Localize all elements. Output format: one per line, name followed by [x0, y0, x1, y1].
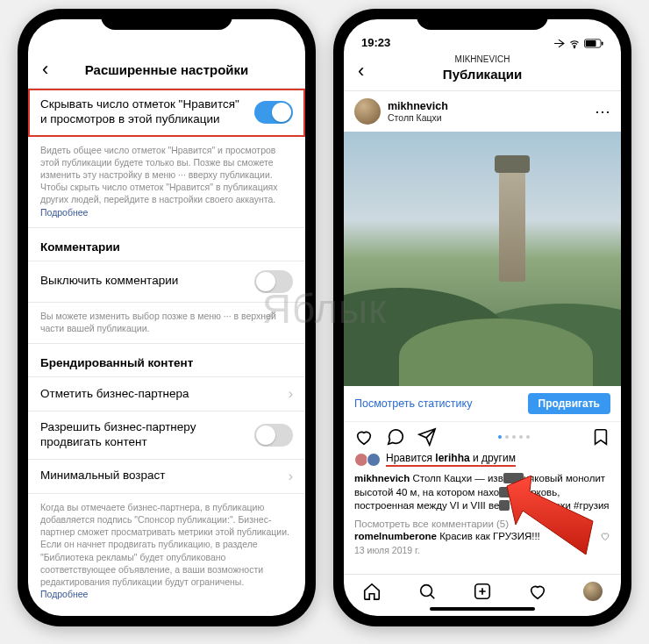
- comment-icon[interactable]: [386, 427, 405, 447]
- back-button[interactable]: ‹: [353, 58, 369, 84]
- svg-rect-3: [602, 41, 603, 45]
- tag-partner-row[interactable]: Отметить бизнес-партнера ›: [28, 377, 305, 411]
- header-subtitle: MIKHNEVICH: [344, 54, 621, 64]
- svg-point-4: [420, 585, 431, 597]
- learn-more-link[interactable]: Подробнее: [40, 589, 88, 599]
- view-insights-link[interactable]: Посмотреть статистику: [354, 397, 472, 410]
- nav-header: ‹ MIKHNEVICH Публикации: [344, 51, 621, 91]
- min-age-label: Минимальный возраст: [40, 469, 165, 483]
- caption-user[interactable]: mikhnevich: [354, 473, 410, 483]
- view-comments-link[interactable]: Посмотреть все комментарии (5): [344, 515, 621, 529]
- nav-header: ‹ Расширенные настройки: [28, 51, 305, 89]
- status-icons: [553, 38, 603, 49]
- tab-bar: [344, 574, 621, 605]
- learn-more-link[interactable]: Подробнее: [40, 207, 88, 218]
- new-post-tab-icon[interactable]: [473, 582, 492, 601]
- help-text-2: ★ Мы тестируем изменение, которое позвол…: [40, 613, 290, 616]
- insights-row: Посмотреть статистику Продвигать: [344, 386, 621, 422]
- profile-tab-icon[interactable]: [583, 582, 603, 601]
- avatar[interactable]: [354, 98, 381, 125]
- chevron-right-icon: ›: [289, 386, 293, 402]
- feed-content[interactable]: mikhnevich Столп Кацхи ⋯ Посмотреть стат…: [344, 91, 621, 574]
- search-tab-icon[interactable]: [417, 582, 437, 601]
- post-date: 13 июля 2019 г.: [344, 543, 621, 562]
- comment-user[interactable]: romelnumberone: [354, 531, 437, 541]
- screen-right: 19:23 ‹ MIKHNEVICH Публикации mikhnevich: [344, 19, 621, 616]
- phone-right: 19:23 ‹ MIKHNEVICH Публикации mikhnevich: [333, 9, 631, 626]
- like-comment-icon[interactable]: [600, 531, 610, 541]
- wifi-icon: [568, 39, 581, 49]
- disable-comments-row[interactable]: Выключить комментарии: [28, 261, 305, 303]
- phone-left: ‹ Расширенные настройки Скрывать число о…: [18, 9, 316, 626]
- activity-tab-icon[interactable]: [528, 582, 547, 601]
- settings-content: Скрывать число отметок "Нравится" и прос…: [28, 89, 305, 616]
- allow-partner-label: Разрешить бизнес-партнеру продвигать кон…: [40, 420, 246, 450]
- disable-comments-help: Вы можете изменить выбор позже в меню ··…: [28, 303, 305, 344]
- liker-avatar: [367, 453, 381, 467]
- share-icon[interactable]: [417, 427, 437, 447]
- post-location: Столп Кацхи: [388, 112, 448, 123]
- notch: [101, 9, 232, 30]
- tag-partner-label: Отметить бизнес-партнера: [40, 387, 189, 402]
- header-title: Публикации: [344, 67, 621, 82]
- help-text: Когда вы отмечаете бизнес-партнера, в пу…: [40, 502, 289, 587]
- hide-likes-toggle[interactable]: [254, 101, 293, 124]
- header-title: Расширенные настройки: [28, 62, 305, 77]
- svg-rect-2: [586, 40, 596, 47]
- liked-by-text: Нравится lerihha и другим: [386, 452, 516, 467]
- svg-point-0: [574, 47, 574, 47]
- post-user-block[interactable]: mikhnevich Столп Кацхи: [388, 100, 448, 123]
- redact-icon: xxxx: [499, 487, 519, 497]
- help-text: Видеть общее число отметок "Нравится" и …: [40, 145, 277, 205]
- post-header: mikhnevich Столп Кацхи ⋯: [344, 91, 621, 132]
- post-username: mikhnevich: [388, 100, 448, 112]
- comment-text: Красив как ГРУЗИЯ!!!: [437, 531, 540, 541]
- branded-section-header: Брендированный контент: [28, 344, 305, 377]
- notch: [417, 9, 548, 30]
- like-icon[interactable]: [354, 427, 374, 447]
- battery-icon: [584, 39, 603, 48]
- home-indicator: [430, 607, 535, 611]
- hide-likes-row[interactable]: Скрывать число отметок "Нравится" и прос…: [28, 89, 305, 137]
- action-row: [344, 422, 621, 448]
- promote-button[interactable]: Продвигать: [528, 393, 610, 414]
- branded-help: Когда вы отмечаете бизнес-партнера, в пу…: [28, 494, 305, 616]
- more-options-button[interactable]: ⋯: [595, 102, 610, 121]
- post-image[interactable]: [344, 132, 621, 386]
- home-tab-icon[interactable]: [362, 582, 382, 601]
- comment-row: romelnumberone Красив как ГРУЗИЯ!!!: [344, 529, 621, 543]
- chevron-right-icon: ›: [289, 469, 293, 484]
- redact-icon: xxxx: [503, 473, 524, 483]
- screen-left: ‹ Расширенные настройки Скрывать число о…: [28, 19, 305, 616]
- airplane-icon: [553, 38, 565, 49]
- min-age-row[interactable]: Минимальный возраст ›: [28, 460, 305, 494]
- disable-comments-toggle[interactable]: [254, 270, 293, 293]
- redact-icon: xx: [499, 500, 510, 511]
- back-button[interactable]: ‹: [37, 56, 53, 82]
- comments-section-header: Комментарии: [28, 228, 305, 261]
- allow-partner-row[interactable]: Разрешить бизнес-партнеру продвигать кон…: [28, 411, 305, 460]
- status-time: 19:23: [361, 36, 390, 49]
- hide-likes-label: Скрывать число отметок "Нравится" и прос…: [40, 97, 246, 127]
- likes-row[interactable]: Нравится lerihha и другим: [344, 448, 621, 470]
- carousel-pager: [498, 435, 530, 439]
- disable-comments-label: Выключить комментарии: [40, 274, 178, 289]
- hide-likes-help: Видеть общее число отметок "Нравится" и …: [28, 137, 305, 228]
- bookmark-icon[interactable]: [591, 427, 610, 447]
- allow-partner-toggle[interactable]: [254, 424, 293, 447]
- post-caption: mikhnevich Столп Кацхи — извxxxxняковый …: [344, 470, 621, 515]
